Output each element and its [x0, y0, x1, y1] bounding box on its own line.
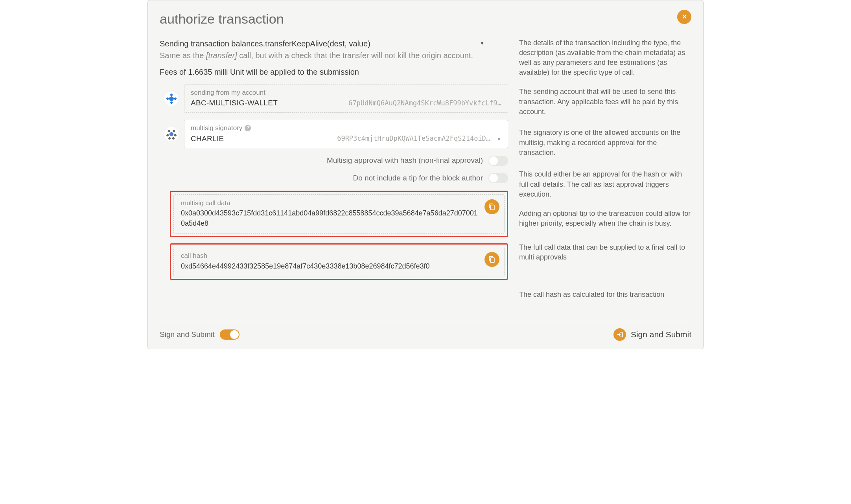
sending-from-name: ABC-MULTISIG-WALLET	[191, 98, 278, 109]
sending-account-identicon	[164, 92, 179, 106]
call-data-label: multisig call data	[181, 199, 497, 208]
signatory-label: multisig signatory ?	[191, 123, 501, 133]
modal-content: Sending transaction balances.transferKee…	[160, 38, 691, 309]
signatory-dropdown[interactable]: multisig signatory ? CHARLIE 69RP3c4mjtH…	[184, 120, 508, 148]
help-icon[interactable]: ?	[245, 125, 251, 131]
call-hash-label: call hash	[181, 251, 497, 261]
sending-from-label: sending from my account	[191, 88, 501, 97]
transaction-title: Sending transaction balances.transferKee…	[160, 38, 370, 49]
desc-calldata: The full call data that can be supplied …	[519, 243, 691, 280]
desc-details: The details of the transaction including…	[519, 38, 691, 78]
approval-hash-toggle-row: Multisig approval with hash (non-final a…	[160, 155, 508, 166]
no-tip-label: Do not include a tip for the block autho…	[353, 173, 483, 184]
call-data-highlight: multisig call data 0x0a0300d43593c715fdd…	[170, 191, 508, 237]
close-icon: ✕	[682, 13, 687, 21]
authorize-transaction-modal: authorize transaction ✕ Sending transact…	[147, 0, 704, 349]
sign-in-icon	[613, 328, 626, 341]
modal-footer: Sign and Submit Sign and Submit	[160, 321, 691, 341]
desc-callhash: The call hash as calculated for this tra…	[519, 290, 691, 300]
transaction-title-row[interactable]: Sending transaction balances.transferKee…	[160, 38, 508, 49]
desc-approval: This could either be an approval for the…	[519, 169, 691, 199]
call-hash-highlight: call hash 0xd54664e44992433f32585e19e874…	[170, 243, 508, 280]
right-column: The details of the transaction including…	[519, 38, 691, 309]
modal-header: authorize transaction ✕	[160, 10, 691, 29]
copy-icon	[488, 203, 495, 210]
left-column: Sending transaction balances.transferKee…	[160, 38, 508, 309]
signatory-address: 69RP3c4mjtHruDpKQWA1TeSacmA2FqS214oiD…	[337, 134, 490, 142]
call-data-value: 0x0a0300d43593c715fdd31c61141abd04a99fd6…	[181, 208, 497, 228]
approval-hash-label: Multisig approval with hash (non-final a…	[327, 155, 483, 166]
copy-icon	[488, 256, 495, 263]
no-tip-toggle[interactable]	[488, 173, 508, 183]
signatory-name: CHARLIE	[191, 134, 224, 144]
copy-call-data-button[interactable]	[484, 199, 499, 214]
sign-and-submit-label: Sign and Submit	[631, 329, 691, 340]
sending-from-address: 67pUdNmQ6AuQ2NAmg4SKrcWu8F99bYvkfcLf9…	[348, 99, 501, 108]
sign-and-submit-button[interactable]: Sign and Submit	[613, 328, 691, 341]
copy-call-hash-button[interactable]	[484, 252, 499, 267]
signatory-identicon	[164, 127, 179, 141]
call-hash-box: call hash 0xd54664e44992433f32585e19e874…	[173, 247, 505, 276]
footer-left: Sign and Submit	[160, 329, 239, 340]
sign-submit-toggle[interactable]	[220, 329, 239, 340]
sending-from-row: sending from my account ABC-MULTISIG-WAL…	[164, 85, 508, 113]
sending-from-field: sending from my account ABC-MULTISIG-WAL…	[184, 85, 508, 113]
transaction-fees: Fees of 1.6635 milli Unit will be applie…	[160, 66, 508, 77]
signatory-row: multisig signatory ? CHARLIE 69RP3c4mjtH…	[164, 120, 508, 148]
approval-hash-toggle[interactable]	[488, 156, 508, 166]
call-hash-value: 0xd54664e44992433f32585e19e874af7c430e33…	[181, 261, 497, 271]
desc-sending: The sending account that will be used to…	[519, 87, 691, 118]
transaction-subtitle: Same as the [transfer] call, but with a …	[160, 50, 508, 61]
desc-tip: Adding an optional tip to the transactio…	[519, 209, 691, 233]
modal-title: authorize transaction	[160, 10, 284, 29]
chevron-down-icon: ▼	[497, 136, 501, 142]
desc-signatory: The signatory is one of the allowed acco…	[519, 128, 691, 160]
no-tip-toggle-row: Do not include a tip for the block autho…	[160, 173, 508, 184]
close-button[interactable]: ✕	[677, 10, 691, 24]
sign-submit-toggle-label: Sign and Submit	[160, 329, 214, 340]
call-data-box: multisig call data 0x0a0300d43593c715fdd…	[173, 194, 505, 234]
chevron-down-icon: ▼	[480, 40, 508, 47]
